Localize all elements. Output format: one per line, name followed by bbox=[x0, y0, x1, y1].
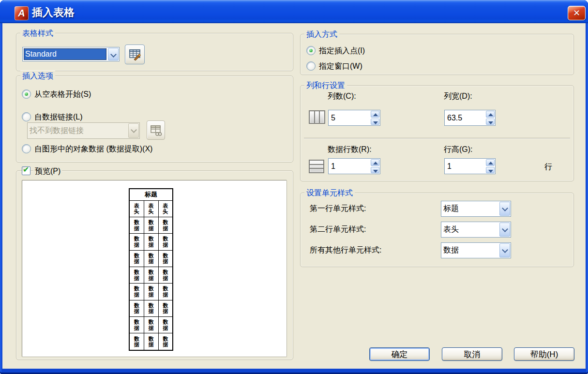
preview-table-row: 数据数据数据 bbox=[129, 284, 173, 300]
preview-data-cell: 数据 bbox=[129, 217, 144, 233]
radio-specify-insertion-point[interactable] bbox=[306, 46, 316, 55]
row-height-spinner[interactable] bbox=[485, 159, 495, 174]
column-count-label: 列数(C): bbox=[328, 91, 356, 101]
preview-table-row: 数据数据数据 bbox=[129, 300, 173, 316]
spinner-down-icon[interactable] bbox=[371, 167, 379, 174]
preview-data-cell: 数据 bbox=[129, 333, 144, 350]
table-style-combobox[interactable]: Standard bbox=[22, 47, 120, 61]
autocad-logo-icon: A bbox=[15, 6, 29, 20]
spinner-up-icon[interactable] bbox=[371, 159, 379, 166]
data-rows-input[interactable] bbox=[329, 159, 370, 174]
ok-button[interactable]: 确定 bbox=[369, 347, 430, 361]
spinner-up-icon[interactable] bbox=[486, 111, 495, 118]
column-width-input[interactable] bbox=[445, 110, 485, 125]
radio-from-object-data-label[interactable]: 自图形中的对象数据 (数据提取)(X) bbox=[34, 144, 152, 154]
radio-specify-window-label[interactable]: 指定窗口(W) bbox=[319, 61, 362, 71]
radio-start-empty-table[interactable] bbox=[22, 90, 31, 99]
preview-header-cell: 表头 bbox=[129, 200, 144, 217]
preview-checkbox-label[interactable]: 预览(P) bbox=[33, 166, 62, 176]
preview-data-cell: 数据 bbox=[158, 217, 173, 233]
group-insert-mode-label: 插入方式 bbox=[304, 29, 339, 39]
radio-from-data-link[interactable] bbox=[22, 112, 31, 121]
preview-data-cell: 数据 bbox=[129, 234, 144, 250]
preview-data-cell: 数据 bbox=[144, 300, 158, 316]
preview-data-cell: 数据 bbox=[158, 284, 173, 300]
help-button[interactable]: 帮助(H) bbox=[514, 347, 574, 361]
column-width-field[interactable] bbox=[444, 110, 496, 126]
preview-table-row: 标题 bbox=[129, 189, 173, 200]
preview-table-row: 数据数据数据 bbox=[129, 234, 173, 250]
preview-data-cell: 数据 bbox=[158, 234, 173, 250]
preview-checkbox[interactable]: ✔ bbox=[22, 166, 30, 175]
preview-header-cell: 表头 bbox=[144, 200, 158, 217]
preview-title-cell: 标题 bbox=[129, 189, 173, 200]
radio-specify-window[interactable] bbox=[306, 61, 316, 71]
columns-icon bbox=[308, 109, 326, 125]
preview-data-cell: 数据 bbox=[129, 317, 144, 333]
preview-data-cell: 数据 bbox=[129, 284, 144, 300]
titlebar[interactable]: A 插入表格 ✕ bbox=[0, 0, 588, 23]
preview-table-row: 数据数据数据 bbox=[129, 267, 173, 283]
data-rows-field[interactable] bbox=[328, 158, 380, 174]
preview-data-cell: 数据 bbox=[129, 300, 144, 316]
chevron-down-icon[interactable] bbox=[499, 223, 510, 237]
launch-table-style-dialog-button[interactable] bbox=[125, 45, 145, 64]
preview-data-cell: 数据 bbox=[129, 250, 144, 267]
row-height-input[interactable] bbox=[445, 159, 485, 174]
preview-table-row: 数据数据数据 bbox=[129, 250, 173, 267]
second-row-style-combobox[interactable]: 表头 bbox=[441, 222, 511, 238]
column-count-input[interactable] bbox=[329, 110, 370, 125]
preview-data-cell: 数据 bbox=[144, 217, 158, 233]
data-link-icon bbox=[150, 124, 163, 137]
column-count-field[interactable] bbox=[328, 110, 380, 126]
table-style-value: Standard bbox=[24, 48, 106, 60]
spinner-down-icon[interactable] bbox=[486, 167, 495, 174]
spinner-down-icon[interactable] bbox=[486, 119, 495, 125]
chevron-down-icon[interactable] bbox=[499, 243, 510, 257]
second-row-style-label: 第二行单元样式: bbox=[310, 224, 366, 234]
preview-data-cell: 数据 bbox=[144, 234, 158, 250]
first-row-style-combobox[interactable]: 标题 bbox=[441, 201, 511, 217]
preview-panel: 标题表头表头表头数据数据数据数据数据数据数据数据数据数据数据数据数据数据数据数据… bbox=[22, 180, 287, 357]
preview-data-cell: 数据 bbox=[158, 250, 173, 267]
group-column-row-settings-label: 列和行设置 bbox=[304, 80, 347, 90]
chevron-down-icon[interactable] bbox=[499, 202, 510, 216]
column-count-spinner[interactable] bbox=[370, 110, 380, 125]
cancel-button[interactable]: 取消 bbox=[442, 347, 502, 361]
preview-table-row: 数据数据数据 bbox=[129, 217, 173, 233]
preview-data-cell: 数据 bbox=[158, 267, 173, 283]
insert-table-dialog: A 插入表格 ✕ 表格样式 Standard bbox=[0, 0, 588, 374]
preview-data-cell: 数据 bbox=[158, 317, 173, 333]
row-height-unit: 行 bbox=[544, 162, 552, 172]
spinner-up-icon[interactable] bbox=[486, 159, 495, 166]
preview-data-cell: 数据 bbox=[144, 250, 158, 267]
divider bbox=[304, 138, 570, 139]
radio-from-data-link-label[interactable]: 自数据链接(L) bbox=[34, 112, 83, 122]
preview-data-cell: 数据 bbox=[158, 333, 173, 350]
radio-start-empty-table-label[interactable]: 从空表格开始(S) bbox=[34, 89, 91, 99]
group-cell-styles-label: 设置单元样式 bbox=[304, 188, 355, 198]
other-rows-style-combobox[interactable]: 数据 bbox=[441, 242, 511, 258]
data-link-combobox-value: 找不到数据链接 bbox=[28, 123, 128, 138]
column-width-spinner[interactable] bbox=[485, 110, 495, 125]
other-rows-style-value: 数据 bbox=[441, 243, 499, 258]
preview-data-cell: 数据 bbox=[144, 317, 158, 333]
spinner-up-icon[interactable] bbox=[371, 111, 379, 118]
preview-data-cell: 数据 bbox=[144, 284, 158, 300]
group-insert-options-label: 插入选项 bbox=[20, 71, 55, 81]
first-row-style-label: 第一行单元样式: bbox=[310, 203, 366, 213]
preview-table-body: 标题表头表头表头数据数据数据数据数据数据数据数据数据数据数据数据数据数据数据数据… bbox=[129, 189, 173, 350]
dialog-title: 插入表格 bbox=[32, 5, 75, 20]
rows-icon bbox=[308, 159, 325, 174]
data-rows-label: 数据行数(R): bbox=[328, 144, 372, 154]
data-rows-spinner[interactable] bbox=[370, 159, 380, 174]
row-height-field[interactable] bbox=[444, 158, 496, 174]
chevron-down-icon[interactable] bbox=[108, 48, 119, 60]
radio-specify-insertion-point-label[interactable]: 指定插入点(I) bbox=[319, 45, 365, 56]
spinner-down-icon[interactable] bbox=[371, 119, 379, 125]
preview-data-cell: 数据 bbox=[144, 267, 158, 283]
radio-from-object-data[interactable] bbox=[22, 144, 31, 153]
close-button[interactable]: ✕ bbox=[568, 6, 586, 20]
launch-data-link-manager-button bbox=[147, 120, 165, 140]
checkmark-icon: ✔ bbox=[23, 165, 29, 174]
